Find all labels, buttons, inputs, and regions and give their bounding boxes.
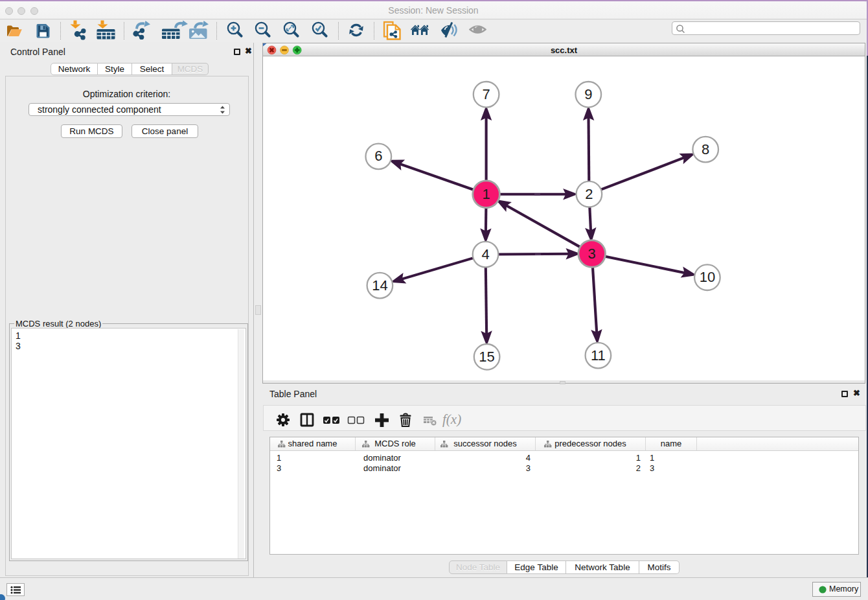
svg-text:15: 15 [479, 349, 494, 365]
svg-text:4: 4 [481, 246, 489, 262]
svg-text:14: 14 [372, 277, 387, 294]
svg-text:6: 6 [374, 148, 382, 164]
svg-text:11: 11 [591, 347, 606, 363]
svg-text:9: 9 [584, 86, 592, 102]
svg-text:10: 10 [700, 269, 715, 285]
svg-text:2: 2 [585, 186, 593, 202]
svg-text:8: 8 [702, 141, 709, 157]
svg-text:3: 3 [588, 246, 596, 262]
svg-text:7: 7 [482, 86, 490, 102]
svg-text:1: 1 [482, 186, 490, 202]
